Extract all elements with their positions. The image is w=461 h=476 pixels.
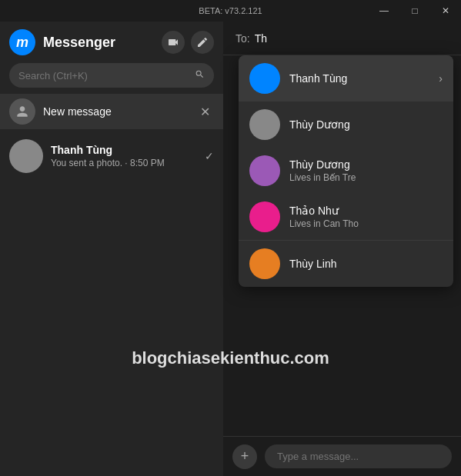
suggestion-item-4[interactable]: Thùy Linh xyxy=(239,240,453,287)
suggestion-name-4: Thùy Linh xyxy=(289,258,443,270)
app-container: m Messenger New message xyxy=(0,22,461,476)
suggestion-item-3[interactable]: Thảo Như Lives in Can Tho xyxy=(239,194,453,240)
conv-preview: You sent a photo. · 8:50 PM xyxy=(51,158,199,168)
title-bar: BETA: v73.2.121 — □ ✕ xyxy=(0,0,461,22)
suggestion-info-0: Thanh Tùng xyxy=(289,72,439,85)
sidebar: m Messenger New message xyxy=(0,22,223,476)
compose-button[interactable] xyxy=(191,31,214,54)
to-label: To: xyxy=(236,32,250,45)
new-message-close-button[interactable]: ✕ xyxy=(195,102,214,121)
to-input[interactable] xyxy=(255,32,449,45)
close-button[interactable]: ✕ xyxy=(430,0,461,22)
suggestion-info-4: Thùy Linh xyxy=(289,258,443,270)
suggestion-sub-3: Lives in Can Tho xyxy=(289,218,443,229)
suggestion-arrow-0: › xyxy=(439,72,443,85)
conv-check-icon: ✓ xyxy=(205,150,214,162)
suggestion-info-1: Thùy Dương xyxy=(289,118,443,131)
suggestion-avatar-3 xyxy=(249,201,280,232)
message-input[interactable] xyxy=(265,444,452,468)
suggestion-name-3: Thảo Như xyxy=(289,205,443,217)
suggestion-avatar-2 xyxy=(249,155,280,186)
conv-avatar xyxy=(9,139,43,173)
beta-label: BETA: v73.2.121 xyxy=(199,6,262,15)
search-icon xyxy=(195,69,205,82)
new-message-bar: New message ✕ xyxy=(0,94,223,129)
conv-info: Thanh Tùng You sent a photo. · 8:50 PM xyxy=(51,144,199,168)
suggestion-item-0[interactable]: Thanh Tùng › xyxy=(239,55,453,102)
video-call-button[interactable] xyxy=(162,31,185,54)
conversation-item[interactable]: Thanh Tùng You sent a photo. · 8:50 PM ✓ xyxy=(0,132,223,180)
search-input[interactable] xyxy=(18,70,195,82)
suggestion-info-3: Thảo Như Lives in Can Tho xyxy=(289,205,443,229)
add-attachment-button[interactable]: + xyxy=(232,444,257,469)
suggestion-name-2: Thùy Dương xyxy=(289,158,443,171)
to-bar: To: xyxy=(223,22,461,55)
suggestion-item-2[interactable]: Thùy Dương Lives in Bến Tre xyxy=(239,148,453,194)
new-message-avatar xyxy=(9,98,35,125)
minimize-button[interactable]: — xyxy=(369,0,399,22)
suggestion-name-1: Thùy Dương xyxy=(289,118,443,131)
header-icons xyxy=(162,31,214,54)
suggestion-avatar-1 xyxy=(249,109,280,140)
suggestions-dropdown: Thanh Tùng › Thùy Dương Thùy Dương Lives… xyxy=(239,55,453,287)
conv-name: Thanh Tùng xyxy=(51,144,199,156)
new-message-label: New message xyxy=(43,105,195,118)
window-controls: — □ ✕ xyxy=(369,0,461,22)
chat-input-bar: + xyxy=(223,436,461,476)
suggestion-item-1[interactable]: Thùy Dương xyxy=(239,102,453,148)
suggestion-avatar-4 xyxy=(249,248,280,279)
chat-area: To: Thanh Tùng › Thùy Dương xyxy=(223,22,461,476)
messenger-logo-icon: m xyxy=(16,35,28,51)
search-bar[interactable] xyxy=(9,63,214,88)
app-title: Messenger xyxy=(43,35,162,51)
suggestion-info-2: Thùy Dương Lives in Bến Tre xyxy=(289,158,443,183)
suggestion-name-0: Thanh Tùng xyxy=(289,72,439,85)
suggestion-sub-2: Lives in Bến Tre xyxy=(289,172,443,183)
sidebar-header: m Messenger xyxy=(0,22,223,63)
app-logo: m xyxy=(9,29,35,55)
suggestion-avatar-0 xyxy=(249,63,280,94)
maximize-button[interactable]: □ xyxy=(399,0,430,22)
